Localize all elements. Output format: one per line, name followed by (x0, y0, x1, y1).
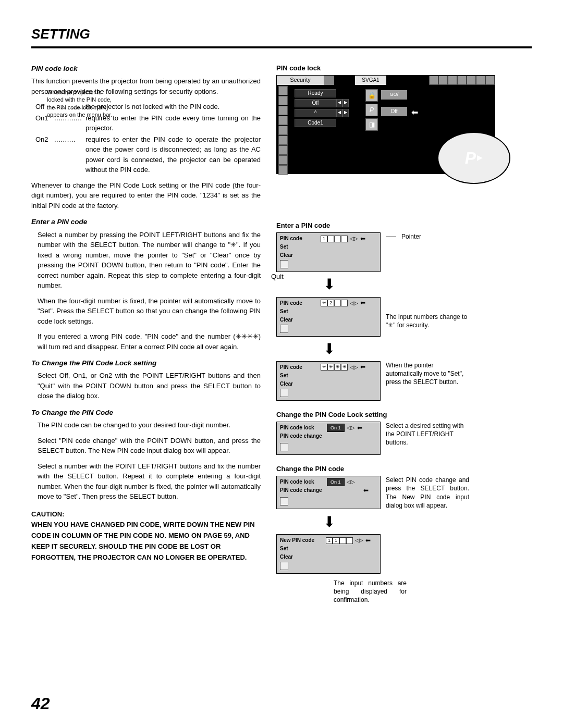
menu-svga-label: SVGA1 (355, 76, 386, 85)
pin-digit-star: ✳ (321, 364, 327, 371)
side-icon (278, 145, 288, 155)
left-column: PIN code lock This function prevents the… (31, 64, 261, 604)
lr-arrows-icon: ◁▷ (347, 478, 355, 486)
zoom-circle: P ▶ (437, 132, 510, 184)
newpin-digit-blank (339, 537, 346, 544)
quit-icon (280, 497, 288, 505)
side-icon (278, 135, 288, 145)
side-icon (278, 116, 288, 125)
section-title-pin-lock: PIN code lock (31, 64, 261, 74)
menu-ready-label: Ready (295, 89, 336, 97)
opt-on2-dots: .......... (54, 134, 85, 175)
menu-top-icon (467, 76, 476, 85)
lock-icon: 🔒 (365, 89, 378, 102)
pin-digit-1: 1 (321, 236, 327, 242)
dialog-set-label: Set (280, 545, 316, 552)
quit-icon (280, 325, 288, 333)
heading-change-setting: Change the PIN Code Lock setting (276, 410, 527, 419)
lr-arrows-icon: ◁▷ (350, 300, 358, 307)
dialog-set-label: Set (280, 372, 316, 379)
lr-arrows-icon: ◁▷ (347, 424, 355, 431)
pointer-arrow-icon: ⬅ (360, 299, 365, 307)
dialog-pinlock-label: PIN code lock (280, 424, 327, 431)
dialog-pin-label: PIN code (280, 235, 316, 242)
down-arrow-icon: ⬇ (323, 274, 527, 294)
dialog-clear-label: Clear (280, 380, 316, 388)
ann-input-change: The input numbers change to "✳" for secu… (386, 297, 469, 329)
pointer-arrow-icon: ⬅ (357, 424, 362, 433)
pin-digit-blank (341, 300, 348, 306)
caution-block: CAUTION: WHEN YOU HAVE CHANGED PIN CODE,… (31, 509, 261, 563)
p-icon: P (365, 104, 378, 116)
ann-display-confirm: The input numbers are being displayed fo… (334, 579, 407, 604)
newpin-digit-blank (346, 537, 353, 544)
menu-top-icon (476, 76, 485, 85)
side-icon (278, 106, 288, 115)
go-label: GO/ (381, 90, 407, 100)
menu-row-off: Off ◀▶ (295, 99, 349, 107)
menu-top-bar: Security SVGA1 (277, 76, 495, 85)
heading-enter-pin: Enter a PIN code (276, 221, 527, 230)
pin-digit-boxes: 1 1 (326, 537, 353, 544)
dialog-pinchange-label: PIN code change (280, 487, 332, 494)
header-rule-light (31, 48, 532, 49)
newpin-digit-1: 1 (326, 537, 333, 544)
pin-digit-blank (327, 236, 334, 242)
dialog-pinchange-label: PIN code change (280, 433, 332, 440)
page-number: 42 (31, 694, 50, 713)
dialog-pin-label: PIN code (280, 300, 316, 307)
dialog-newpin-label: New PIN code (280, 537, 322, 544)
new-pin-dialog: New PIN code 1 1 ◁▷ ⬅ Set Clear (276, 534, 381, 574)
pointer-line (386, 237, 396, 237)
big-icon-column: 🔒 P ◨ (365, 89, 378, 133)
change-setting-dialog: PIN code lock On 1 ◁▷ ⬅ PIN code change (276, 422, 381, 455)
side-icon (278, 96, 288, 105)
newpin-digit-2: 1 (333, 537, 339, 544)
pin-dialog-3: PIN code ✳ ✳ ✳ ✳ ◁▷ ⬅ Set Clear (276, 361, 381, 401)
pointer-arrow-icon: ⬅ (363, 486, 369, 495)
para-whenever: Whenever to change the PIN Code Lock set… (31, 180, 261, 211)
quit-external-label: Quit (271, 272, 284, 281)
menu-lamp-label: ^ (295, 109, 336, 117)
pin-digit-boxes: ✳ 2 (321, 300, 348, 306)
dialog-set-label: Set (280, 243, 316, 251)
option-on2: On2 .......... requires to enter the PIN… (35, 134, 261, 175)
lr-arrows-icon: ◁▷ (350, 235, 358, 242)
dialog-pin-label: PIN code (280, 364, 316, 371)
menu-row-ready: Ready (295, 89, 336, 97)
header-rule-dark (31, 46, 532, 48)
left-arrow-icon: ◀ (336, 109, 342, 117)
pin-digit-2: 2 (327, 300, 334, 306)
opt-on2-text: requires to enter the PIN code to operat… (85, 134, 261, 175)
pin-digit-blank (334, 300, 341, 306)
menu-top-icon (485, 76, 495, 85)
quit-icon (280, 443, 288, 451)
para-enter1: Select a number by pressing the POINT LE… (31, 230, 261, 291)
opt-on2-label: On2 (35, 134, 54, 175)
pointer-arrow-icon: ⬅ (360, 363, 365, 372)
quit-icon (280, 389, 288, 397)
projector-menu-screenshot: Security SVGA1 (276, 75, 495, 174)
dialog-set-label: Set (280, 308, 316, 315)
down-arrow-icon: ⬇ (323, 512, 527, 532)
side-icon (278, 126, 288, 135)
quit-icon: ◨ (365, 118, 378, 131)
dialog-pinlock-label: PIN code lock (280, 478, 327, 486)
menu-security-label: Security (277, 76, 324, 85)
pin-digit-boxes: 1 (321, 236, 348, 242)
play-icon: ▶ (476, 153, 483, 163)
pointer-annotation: Pointer (401, 232, 421, 241)
ann-select-desired: Select a desired setting with the POINT … (386, 422, 469, 447)
para-change-pin1: The PIN code can be changed to your desi… (31, 420, 261, 430)
side-icon (278, 155, 288, 165)
ann-select-pin-change: Select PIN code change and press the SEL… (386, 476, 469, 510)
pin-digit-blank (341, 236, 348, 242)
para-change-setting: Select Off, On1, or On2 with the POINT L… (31, 371, 261, 401)
menu-icon-left (324, 76, 334, 85)
menu-note-text: When the projector is locked with the PI… (47, 89, 115, 118)
heading-change-pin: Change the PIN code (276, 464, 527, 474)
right-column: PIN code lock Security SVGA1 (276, 64, 527, 604)
caution-body: WHEN YOU HAVE CHANGED PIN CODE, WRITE DO… (31, 521, 255, 561)
dialog-clear-label: Clear (280, 252, 316, 259)
menu-code1-label: Code1 (295, 119, 336, 127)
